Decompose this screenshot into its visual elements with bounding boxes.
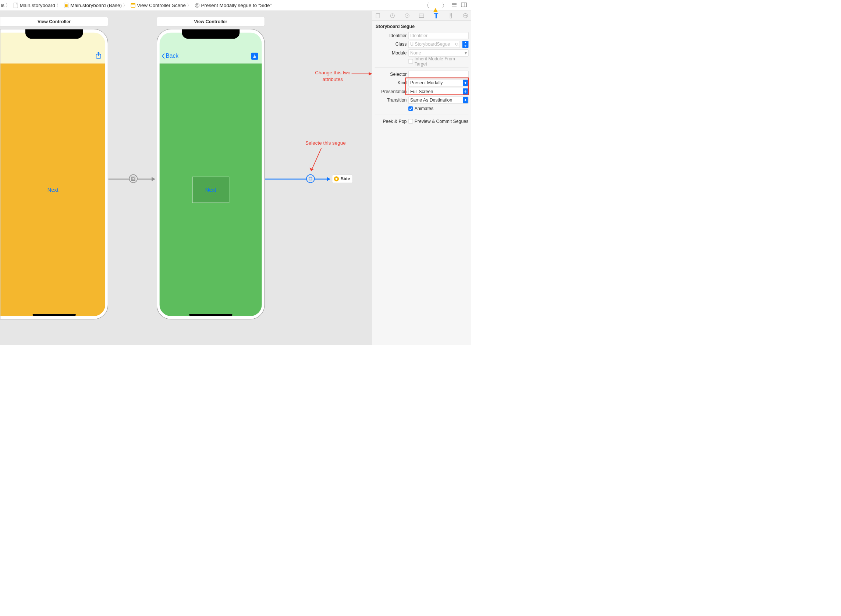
device-preview[interactable]: Next [0, 29, 108, 320]
svg-marker-22 [309, 168, 314, 171]
next-button[interactable]: Next [47, 186, 59, 193]
outline-toggle-icon[interactable] [452, 2, 457, 8]
scene-icon [130, 3, 136, 8]
svg-rect-17 [131, 177, 135, 180]
placeholder-text: UIStoryboardSegue [410, 42, 450, 47]
top-bar: ls 〉 Main.storyboard 〉 Main.storyboard (… [0, 0, 471, 11]
identifier-input[interactable]: Identifier [408, 32, 469, 39]
breadcrumb-label: Main.storyboard (Base) [70, 2, 122, 8]
connections-inspector-tab-icon[interactable] [463, 13, 468, 18]
annotation-arrow-icon [351, 70, 372, 79]
breadcrumb-label: Present Modally segue to "Side" [201, 2, 271, 8]
svg-rect-29 [419, 14, 424, 17]
breadcrumb-item-pre[interactable]: ls 〉 [0, 2, 12, 9]
segue-connector-selected[interactable] [265, 179, 306, 180]
field-label: Transition [375, 98, 407, 103]
segue-node-embed[interactable] [129, 175, 138, 183]
view-body: Next [0, 63, 105, 316]
inspector-body: Storyboard Segue Identifier Identifier C… [372, 21, 471, 128]
svg-point-6 [195, 3, 199, 7]
select-stepper-icon [463, 97, 467, 103]
embed-segue-icon [131, 176, 135, 181]
animates-row: Animates [375, 104, 469, 113]
select-value: Full Screen [410, 89, 433, 94]
chevron-left-icon [161, 53, 165, 59]
peekpop-checkbox[interactable] [408, 119, 413, 124]
share-icon[interactable] [95, 52, 101, 60]
scene-view-controller-1[interactable]: View Controller Next [0, 17, 108, 320]
svg-rect-25 [376, 13, 379, 18]
class-row: Class UIStoryboardSegue [375, 40, 469, 49]
assistant-toggle-icon[interactable] [461, 2, 467, 8]
help-inspector-tab-icon[interactable]: ? [404, 13, 410, 18]
storyboard-canvas[interactable]: View Controller Next [0, 11, 372, 345]
breadcrumb-item-segue[interactable]: Present Modally segue to "Side" [193, 2, 272, 8]
breadcrumb-item-scene[interactable]: View Controller Scene 〉 [129, 2, 193, 9]
module-row: Module None ▾ [375, 48, 469, 57]
svg-rect-11 [462, 3, 467, 7]
animates-checkbox[interactable] [408, 106, 413, 111]
size-inspector-tab-icon[interactable] [448, 13, 454, 18]
file-inspector-tab-icon[interactable] [375, 13, 381, 18]
field-label: Module [375, 50, 407, 56]
svg-rect-5 [131, 3, 135, 4]
chevron-right-icon: 〉 [187, 2, 192, 9]
module-combobox[interactable]: None ▾ [408, 49, 469, 56]
inspector-panel: ? Storyboard Segue Identifier Identifier [372, 11, 471, 345]
transition-select[interactable]: Same As Destination [408, 97, 469, 104]
identity-inspector-tab-icon[interactable] [419, 13, 425, 18]
inspector-tabs: ? [372, 11, 471, 21]
main-split: View Controller Next [0, 11, 471, 345]
device-preview[interactable]: Back Next [157, 29, 265, 320]
field-label: Kind [375, 80, 407, 86]
nav-back-button[interactable]: 〈 [423, 1, 429, 9]
presentation-select[interactable]: Full Screen [408, 88, 469, 95]
next-button[interactable]: Next [205, 186, 216, 193]
breadcrumb-item-base[interactable]: Main.storyboard (Base) 〉 [63, 2, 129, 9]
chevron-down-icon: ▾ [464, 50, 467, 56]
divider [375, 115, 469, 115]
field-label: Class [375, 42, 407, 47]
annotation-arrow-icon [307, 147, 323, 176]
svg-text:?: ? [406, 14, 408, 17]
chevron-right-icon: 〉 [123, 2, 127, 9]
transition-row: Transition Same As Destination [375, 96, 469, 104]
scene-title: View Controller [0, 17, 108, 26]
class-stepper[interactable] [463, 41, 469, 48]
segue-node-present-modally[interactable] [306, 175, 315, 183]
breadcrumb-item-storyboard[interactable]: Main.storyboard 〉 [12, 2, 62, 9]
scene-view-controller-2[interactable]: View Controller Back [157, 17, 265, 320]
peekpop-row: Peek & Pop Preview & Commit Segues [375, 117, 469, 126]
breadcrumb-label: View Controller Scene [137, 2, 186, 8]
nav-forward-button[interactable]: 〉 [442, 1, 448, 9]
segue-connector [108, 179, 129, 180]
warning-icon[interactable] [434, 2, 437, 8]
class-combobox[interactable]: UIStoryboardSegue [408, 41, 460, 48]
svg-line-21 [311, 148, 322, 171]
select-value: Same As Destination [410, 98, 452, 103]
storyboard-file-icon [13, 3, 18, 8]
annotation-text: Selecte this segue [305, 140, 346, 145]
back-button[interactable]: Back [161, 53, 179, 59]
attributes-inspector-tab-icon[interactable] [434, 13, 439, 18]
svg-marker-24 [369, 72, 372, 75]
history-inspector-tab-icon[interactable] [390, 13, 395, 18]
storyboard-base-icon [64, 3, 69, 8]
selector-input[interactable] [408, 70, 469, 78]
download-icon[interactable] [251, 53, 258, 60]
arrowhead-icon [327, 177, 330, 181]
checkbox-label: Animates [415, 106, 434, 111]
kind-select[interactable]: Present Modally [408, 79, 469, 87]
inherit-checkbox[interactable] [408, 59, 413, 64]
scene-reference-side[interactable]: Side [332, 175, 353, 183]
container-view[interactable]: Next [192, 177, 229, 203]
annotation-text-line2: attributes [322, 76, 343, 82]
svg-rect-3 [65, 4, 68, 7]
segue-icon [195, 3, 200, 8]
svg-marker-31 [435, 18, 437, 18]
breadcrumb-label: Main.storyboard [19, 2, 55, 8]
chevron-right-icon: 〉 [56, 2, 61, 9]
chevron-right-icon: 〉 [6, 2, 10, 9]
device-notch [182, 29, 239, 39]
annotation-text-line1: Change this two [315, 70, 350, 75]
